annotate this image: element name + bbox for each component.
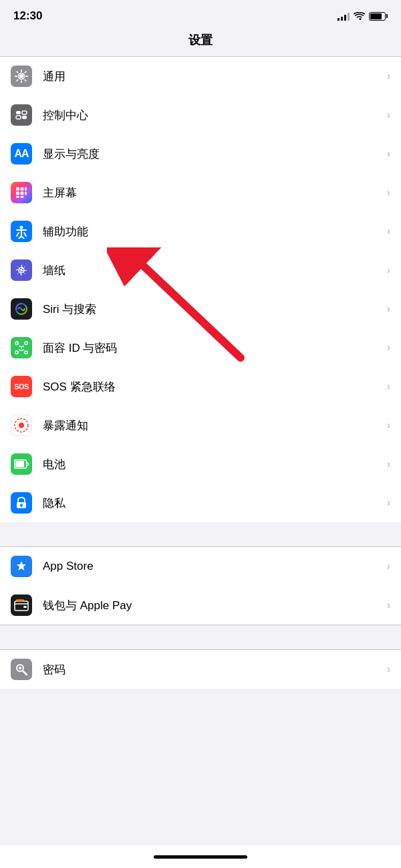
faceid-icon	[11, 337, 32, 358]
svg-rect-20	[25, 342, 27, 344]
control-label: 控制中心	[43, 108, 382, 123]
status-time: 12:30	[13, 9, 42, 23]
settings-item-privacy[interactable]: 隐私 ›	[0, 483, 401, 522]
svg-point-27	[19, 423, 24, 428]
passwords-label: 密码	[43, 662, 382, 677]
homescreen-label: 主屏幕	[43, 185, 382, 201]
svg-rect-29	[15, 461, 24, 467]
settings-item-wallet[interactable]: 钱包与 Apple Pay ›	[0, 586, 401, 625]
svg-line-38	[23, 671, 27, 675]
appstore-label: App Store	[43, 560, 382, 573]
passwords-icon	[11, 659, 32, 680]
home-indicator	[154, 855, 247, 859]
svg-rect-15	[21, 196, 24, 198]
sos-chevron: ›	[387, 381, 390, 393]
wallet-chevron: ›	[387, 599, 390, 611]
svg-rect-21	[15, 351, 18, 354]
settings-group-passwords: 密码 ›	[0, 650, 401, 689]
siri-chevron: ›	[387, 303, 390, 315]
svg-rect-4	[16, 111, 21, 114]
home-indicator-bar	[0, 845, 401, 868]
display-icon: AA	[11, 143, 32, 165]
privacy-chevron: ›	[387, 497, 390, 509]
wallet-label: 钱包与 Apple Pay	[43, 598, 382, 613]
wallpaper-label: 墙纸	[43, 263, 382, 278]
settings-item-siri[interactable]: Siri 与搜索 ›	[0, 290, 401, 328]
exposure-icon	[11, 415, 32, 436]
signal-icon	[338, 12, 350, 21]
wifi-icon	[354, 12, 365, 21]
accessibility-icon	[11, 221, 32, 242]
battery-label: 电池	[43, 457, 382, 472]
sos-label: SOS 紧急联络	[43, 379, 382, 395]
svg-point-2	[19, 74, 23, 78]
privacy-icon	[11, 492, 32, 514]
homescreen-icon	[11, 182, 32, 203]
privacy-label: 隐私	[43, 496, 382, 511]
svg-rect-34	[23, 606, 27, 608]
settings-item-control[interactable]: 控制中心 ›	[0, 96, 401, 134]
settings-item-passwords[interactable]: 密码 ›	[0, 650, 401, 689]
control-chevron: ›	[387, 109, 390, 121]
passwords-chevron: ›	[387, 663, 390, 675]
battery-icon	[369, 12, 388, 21]
faceid-label: 面容 ID 与密码	[43, 340, 382, 356]
svg-rect-8	[16, 187, 19, 191]
status-icons	[338, 12, 388, 21]
settings-item-battery[interactable]: 电池 ›	[0, 445, 401, 483]
svg-rect-12	[21, 192, 24, 195]
svg-rect-10	[25, 187, 27, 191]
exposure-label: 暴露通知	[43, 418, 382, 433]
general-label: 通用	[43, 69, 382, 84]
settings-group-store: App Store › 钱包与 Apple Pay ›	[0, 547, 401, 625]
sos-icon: SOS	[11, 376, 32, 397]
homescreen-chevron: ›	[387, 187, 390, 199]
svg-point-24	[22, 346, 23, 347]
general-chevron: ›	[387, 70, 390, 82]
svg-rect-22	[25, 351, 27, 354]
settings-item-wallpaper[interactable]: 墙纸 ›	[0, 251, 401, 290]
svg-point-16	[20, 226, 23, 229]
svg-point-39	[19, 667, 21, 669]
settings-item-faceid[interactable]: 面容 ID 与密码 ›	[0, 328, 401, 367]
general-icon	[11, 66, 32, 87]
settings-item-sos[interactable]: SOS SOS 紧急联络 ›	[0, 367, 401, 406]
settings-item-homescreen[interactable]: 主屏幕 ›	[0, 173, 401, 212]
settings-item-accessibility[interactable]: 辅助功能 ›	[0, 212, 401, 251]
page-title: 设置	[0, 32, 401, 48]
settings-group-general: 通用 › 控制中心 › AA 显示与亮度 ›	[0, 57, 401, 522]
svg-rect-9	[21, 187, 24, 191]
settings-item-general[interactable]: 通用 ›	[0, 57, 401, 96]
svg-rect-6	[16, 116, 21, 119]
settings-item-exposure[interactable]: 暴露通知 ›	[0, 406, 401, 445]
wallpaper-chevron: ›	[387, 264, 390, 276]
svg-rect-33	[15, 601, 28, 611]
svg-rect-11	[16, 192, 19, 195]
display-label: 显示与亮度	[43, 146, 382, 162]
svg-rect-14	[16, 196, 19, 198]
accessibility-label: 辅助功能	[43, 224, 382, 239]
accessibility-chevron: ›	[387, 225, 390, 237]
settings-item-display[interactable]: AA 显示与亮度 ›	[0, 134, 401, 173]
wallpaper-icon	[11, 259, 32, 281]
status-bar: 12:30	[0, 0, 401, 27]
siri-label: Siri 与搜索	[43, 302, 382, 317]
faceid-chevron: ›	[387, 342, 390, 354]
page-title-bar: 设置	[0, 27, 401, 56]
svg-rect-5	[22, 111, 27, 114]
battery-chevron: ›	[387, 458, 390, 470]
wallet-icon	[11, 594, 32, 616]
settings-item-appstore[interactable]: App Store ›	[0, 547, 401, 586]
control-icon	[11, 104, 32, 126]
battery-settings-icon	[11, 453, 32, 475]
svg-point-23	[19, 346, 20, 347]
exposure-chevron: ›	[387, 419, 390, 431]
display-chevron: ›	[387, 148, 390, 160]
svg-rect-13	[25, 192, 27, 195]
svg-rect-36	[17, 600, 23, 602]
svg-rect-19	[15, 342, 18, 344]
siri-icon	[11, 298, 32, 320]
appstore-icon	[11, 556, 32, 577]
appstore-chevron: ›	[387, 560, 390, 572]
svg-rect-7	[22, 116, 27, 119]
